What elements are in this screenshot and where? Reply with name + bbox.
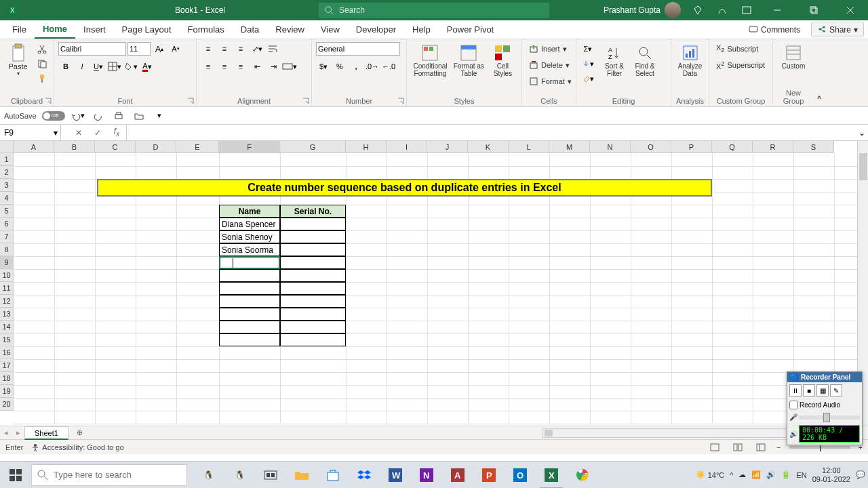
taskbar-chrome[interactable]	[567, 462, 598, 489]
column-header-L[interactable]: L	[509, 141, 549, 153]
redo-button[interactable]	[91, 109, 106, 123]
cancel-formula-button[interactable]: ✕	[69, 125, 88, 140]
merge-button[interactable]: ▾	[282, 60, 297, 73]
recorder-volume-slider[interactable]	[799, 415, 860, 420]
column-header-I[interactable]: I	[387, 141, 427, 153]
underline-button[interactable]: U▾	[91, 60, 106, 73]
column-header-K[interactable]: K	[468, 141, 509, 153]
row-header-17[interactable]: 17	[0, 359, 14, 372]
add-sheet-button[interactable]: ⊕	[73, 428, 87, 437]
taskbar-store[interactable]	[317, 462, 349, 489]
column-header-A[interactable]: A	[14, 141, 54, 153]
autosave-toggle[interactable]: Off	[42, 111, 65, 121]
sheet-tab[interactable]: Sheet1	[24, 426, 68, 440]
column-header-F[interactable]: F	[219, 141, 280, 153]
taskbar-access[interactable]: A	[442, 462, 473, 489]
column-header-S[interactable]: S	[793, 141, 834, 153]
dialog-launcher-icon[interactable]	[187, 98, 194, 104]
copy-button[interactable]	[35, 57, 50, 70]
recorder-panel[interactable]: 🔵Recorder Panel ⏸ ■ ▦ ✎ Record Audio 🎤 🔊…	[787, 371, 863, 445]
cell-name-row-12[interactable]	[219, 295, 280, 308]
coming-soon-icon[interactable]	[715, 3, 730, 18]
row-headers[interactable]: 1234567891011121314151617181920	[0, 153, 14, 411]
column-header-J[interactable]: J	[427, 141, 468, 153]
comma-button[interactable]: ,	[349, 60, 363, 73]
align-bottom-button[interactable]: ≡	[233, 42, 248, 56]
row-header-14[interactable]: 14	[0, 321, 14, 333]
cell-serial-row-10[interactable]	[280, 269, 346, 282]
fx-button[interactable]: fx	[107, 125, 126, 140]
taskbar-outlook[interactable]: O	[505, 462, 536, 489]
align-right-button[interactable]: ≡	[233, 60, 248, 73]
column-header-Q[interactable]: Q	[712, 141, 753, 153]
recorder-region-button[interactable]: ▦	[816, 384, 829, 396]
row-header-12[interactable]: 12	[0, 295, 14, 308]
minimize-button[interactable]	[764, 0, 791, 20]
format-cells-button[interactable]: Format ▾	[526, 75, 574, 88]
tray-wifi-icon[interactable]: 📶	[751, 470, 761, 479]
qat-open-button[interactable]	[132, 109, 146, 123]
italic-button[interactable]: I	[75, 60, 90, 73]
column-header-B[interactable]: B	[54, 141, 95, 153]
column-header-H[interactable]: H	[346, 141, 387, 153]
tray-volume-icon[interactable]: 🔊	[766, 470, 776, 479]
superscript-button[interactable]: X2 Superscript	[713, 58, 768, 72]
cell-name-row-7[interactable]: Sonia Shenoy	[219, 230, 280, 243]
share-button[interactable]: Share ▾	[811, 22, 864, 37]
sheet-nav-prev[interactable]: ◂	[0, 428, 12, 437]
percent-button[interactable]: %	[332, 60, 347, 73]
tab-review[interactable]: Review	[267, 20, 313, 39]
column-header-P[interactable]: P	[671, 141, 712, 153]
taskbar-taskview[interactable]	[255, 462, 286, 489]
analyze-data-button[interactable]: Analyze Data	[675, 42, 705, 77]
tab-help[interactable]: Help	[404, 20, 439, 39]
tab-developer[interactable]: Developer	[348, 20, 404, 39]
dialog-launcher-icon[interactable]	[302, 98, 309, 104]
cell-serial-row-7[interactable]	[280, 230, 346, 243]
align-middle-button[interactable]: ≡	[217, 42, 232, 56]
close-button[interactable]	[837, 0, 864, 20]
formula-input[interactable]	[127, 125, 856, 140]
row-header-19[interactable]: 19	[0, 385, 14, 398]
align-top-button[interactable]: ≡	[201, 42, 216, 56]
row-header-6[interactable]: 6	[0, 218, 14, 230]
tab-power-pivot[interactable]: Power Pivot	[439, 20, 502, 39]
decrease-decimal-button[interactable]: ←.0	[381, 60, 396, 73]
worksheet-grid[interactable]: ABCDEFGHIJKLMNOPQRS 12345678910111213141…	[0, 141, 868, 426]
taskbar-powerpoint[interactable]: P	[473, 462, 505, 489]
row-header-11[interactable]: 11	[0, 282, 14, 295]
normal-view-button[interactable]	[707, 441, 722, 453]
column-header-R[interactable]: R	[753, 141, 793, 153]
cell-serial-row-13[interactable]	[280, 308, 346, 321]
cut-button[interactable]	[35, 42, 50, 56]
recorder-stop-button[interactable]: ■	[803, 384, 815, 396]
cell-serial-row-15[interactable]	[280, 333, 346, 346]
row-header-4[interactable]: 4	[0, 192, 14, 205]
fill-color-button[interactable]: ▾	[123, 60, 138, 73]
row-header-2[interactable]: 2	[0, 166, 14, 179]
diamond-icon[interactable]	[690, 3, 705, 18]
column-header-C[interactable]: C	[95, 141, 136, 153]
autosum-button[interactable]: Σ▾	[580, 42, 595, 56]
recorder-draw-button[interactable]: ✎	[830, 384, 842, 396]
column-headers[interactable]: ABCDEFGHIJKLMNOPQRS	[14, 141, 834, 153]
sort-filter-button[interactable]: AZ Sort & Filter	[601, 42, 628, 77]
taskbar-word[interactable]: W	[380, 462, 411, 489]
tab-page-layout[interactable]: Page Layout	[114, 20, 180, 39]
taskbar-dropbox[interactable]	[349, 462, 380, 489]
dialog-launcher-icon[interactable]	[397, 98, 404, 104]
taskbar-penguin2[interactable]: 🐧	[224, 462, 255, 489]
user-account[interactable]: Prashant Gupta	[604, 2, 681, 18]
increase-indent-button[interactable]: ⇥	[266, 60, 281, 73]
collapse-ribbon-button[interactable]: ^	[814, 39, 825, 106]
cell-serial-row-6[interactable]	[280, 218, 346, 230]
increase-decimal-button[interactable]: .0→	[365, 60, 380, 73]
column-header-M[interactable]: M	[549, 141, 590, 153]
wrap-text-button[interactable]	[266, 42, 281, 56]
column-header-D[interactable]: D	[136, 141, 176, 153]
number-format-combo[interactable]	[316, 42, 400, 56]
qat-customize-button[interactable]: ▾	[152, 109, 167, 123]
tray-onedrive-icon[interactable]: ☁	[738, 470, 746, 479]
format-painter-button[interactable]	[35, 72, 50, 85]
font-name-combo[interactable]	[58, 42, 126, 56]
